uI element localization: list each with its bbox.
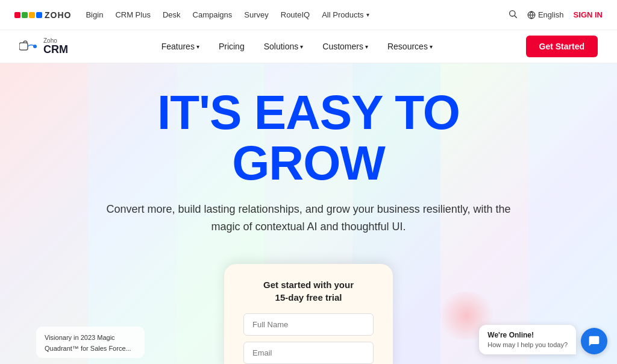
nav-desk[interactable]: Desk <box>163 10 181 19</box>
stripe-7 <box>529 63 617 364</box>
search-button[interactable] <box>508 9 518 21</box>
nav-routeiq[interactable]: RouteIQ <box>281 10 310 19</box>
chat-button[interactable] <box>581 328 607 354</box>
svg-rect-4 <box>19 43 28 50</box>
get-started-button[interactable]: Get Started <box>526 36 598 57</box>
hero-section: IT'S EASY TO GROW Convert more, build la… <box>0 63 617 364</box>
chat-bubble-title: We're Online! <box>487 331 568 339</box>
search-icon <box>508 9 518 19</box>
top-nav: Bigin CRM Plus Desk Campaigns Survey Rou… <box>86 10 369 19</box>
crm-logo-icon <box>19 40 39 52</box>
email-input[interactable] <box>243 342 374 364</box>
svg-point-5 <box>33 45 37 48</box>
zoho-logo[interactable]: ZOHO <box>14 10 71 20</box>
trial-title-line2: 15-day free trial <box>275 292 342 303</box>
language-button[interactable]: English <box>527 10 564 19</box>
crm-logo[interactable]: Zoho CRM <box>19 37 68 56</box>
customers-chevron-icon: ▾ <box>365 43 368 50</box>
trial-card-title: Get started with your 15-day free trial <box>243 278 374 304</box>
svg-point-0 <box>510 10 515 16</box>
stripe-1 <box>0 63 88 364</box>
logo-sq-green <box>22 12 28 18</box>
globe-icon <box>527 11 536 19</box>
customers-label: Customers <box>322 42 363 51</box>
sign-in-button[interactable]: SIGN IN <box>574 10 603 19</box>
trial-card: Get started with your 15-day free trial <box>224 264 393 364</box>
logo-sq-red <box>14 12 20 18</box>
logo-sq-blue <box>36 12 42 18</box>
all-products-label: All Products <box>322 10 363 19</box>
trial-title-line1: Get started with your <box>263 280 354 290</box>
nav-features[interactable]: Features ▾ <box>161 42 199 51</box>
hero-title: IT'S EASY TO GROW <box>104 87 513 189</box>
hero-content: IT'S EASY TO GROW Convert more, build la… <box>92 87 525 255</box>
pricing-label: Pricing <box>219 42 245 51</box>
crm-logo-crm: CRM <box>43 44 68 56</box>
top-bar-right: English SIGN IN <box>508 9 603 21</box>
zoho-logo-text: ZOHO <box>45 10 71 20</box>
nav-campaigns[interactable]: Campaigns <box>193 10 233 19</box>
top-bar-left: ZOHO Bigin CRM Plus Desk Campaigns Surve… <box>14 10 369 20</box>
svg-line-1 <box>515 16 517 18</box>
language-label: English <box>538 10 564 19</box>
chat-icon <box>588 335 600 347</box>
nav-resources[interactable]: Resources ▾ <box>387 42 433 51</box>
nav-customers[interactable]: Customers ▾ <box>322 42 368 51</box>
crm-logo-zoho: Zoho <box>43 37 68 44</box>
resources-label: Resources <box>387 42 428 51</box>
features-label: Features <box>161 42 195 51</box>
hero-subtitle: Convert more, build lasting relationship… <box>104 201 513 236</box>
full-name-input[interactable] <box>243 313 374 336</box>
hero-title-line1: IT'S EASY TO <box>157 86 460 139</box>
nav-bigin[interactable]: Bigin <box>86 10 103 19</box>
crm-logo-text: Zoho CRM <box>43 37 68 56</box>
zoho-logo-squares <box>14 12 42 18</box>
chat-bubble: We're Online! How may I help you today? <box>479 325 576 354</box>
hero-title-line2: GROW <box>232 136 385 190</box>
solutions-chevron-icon: ▾ <box>300 43 303 50</box>
nav-solutions[interactable]: Solutions ▾ <box>264 42 304 51</box>
chat-bubble-message: How may I help you today? <box>487 341 568 348</box>
nav-crm-plus[interactable]: CRM Plus <box>115 10 151 19</box>
all-products-button[interactable]: All Products ▾ <box>322 10 369 19</box>
bottom-badge-text: Visionary in 2023 Magic Quadrant™ for Sa… <box>45 334 131 352</box>
solutions-label: Solutions <box>264 42 299 51</box>
chat-widget: We're Online! How may I help you today? <box>479 325 607 354</box>
nav-pricing[interactable]: Pricing <box>219 42 245 51</box>
secondary-nav: Zoho CRM Features ▾ Pricing Solutions ▾ … <box>0 30 617 63</box>
bottom-badge: Visionary in 2023 Magic Quadrant™ for Sa… <box>36 327 145 358</box>
top-bar: ZOHO Bigin CRM Plus Desk Campaigns Surve… <box>0 0 617 30</box>
resources-chevron-icon: ▾ <box>430 43 433 50</box>
features-chevron-icon: ▾ <box>196 43 199 50</box>
all-products-chevron-icon: ▾ <box>366 11 369 18</box>
nav-survey[interactable]: Survey <box>244 10 268 19</box>
logo-sq-yellow <box>29 12 35 18</box>
sec-nav-links: Features ▾ Pricing Solutions ▾ Customers… <box>161 42 433 51</box>
